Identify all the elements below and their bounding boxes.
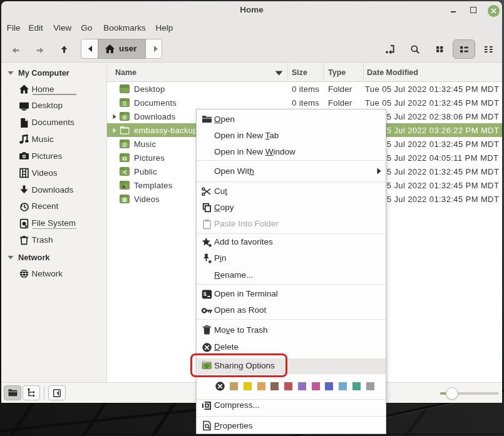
svg-text:$: $ [203, 291, 207, 297]
